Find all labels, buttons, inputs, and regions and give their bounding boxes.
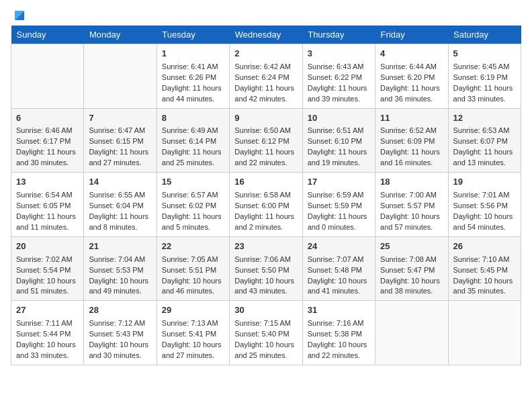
day-number: 17 (308, 176, 370, 189)
calendar-cell: 18Sunrise: 7:00 AMSunset: 5:57 PMDayligh… (375, 173, 448, 237)
cell-text: Daylight: 11 hours and 42 minutes. (234, 83, 297, 105)
header-day-wednesday: Wednesday (230, 26, 302, 44)
cell-text: Sunset: 6:15 PM (89, 136, 151, 147)
calendar-cell: 1Sunrise: 6:41 AMSunset: 6:26 PMDaylight… (157, 44, 229, 109)
day-number: 6 (16, 112, 79, 125)
cell-text: Sunrise: 6:52 AM (380, 126, 443, 136)
cell-text: Sunrise: 6:51 AM (308, 126, 370, 136)
cell-text: Daylight: 11 hours and 16 minutes. (380, 147, 443, 169)
cell-text: Sunrise: 7:11 AM (16, 318, 79, 329)
calendar-cell: 10Sunrise: 6:51 AMSunset: 6:10 PMDayligh… (302, 108, 375, 173)
cell-text: Sunset: 5:51 PM (162, 265, 224, 276)
week-row: 1Sunrise: 6:41 AMSunset: 6:26 PMDaylight… (11, 44, 521, 109)
cell-text: Sunset: 6:04 PM (89, 201, 151, 212)
header-row: SundayMondayTuesdayWednesdayThursdayFrid… (11, 26, 521, 44)
cell-text: Sunset: 6:00 PM (234, 201, 297, 212)
calendar-cell: 12Sunrise: 6:53 AMSunset: 6:07 PMDayligh… (448, 108, 521, 173)
day-number: 16 (234, 176, 297, 189)
calendar-cell (448, 301, 521, 365)
calendar-cell: 7Sunrise: 6:47 AMSunset: 6:15 PMDaylight… (84, 108, 157, 173)
header-day-sunday: Sunday (11, 26, 84, 44)
calendar-cell: 6Sunrise: 6:46 AMSunset: 6:17 PMDaylight… (11, 108, 84, 173)
week-row: 27Sunrise: 7:11 AMSunset: 5:44 PMDayligh… (11, 301, 521, 365)
cell-text: Sunrise: 7:06 AM (234, 255, 297, 265)
header-day-tuesday: Tuesday (157, 26, 229, 44)
cell-text: Sunset: 6:22 PM (308, 73, 370, 83)
day-number: 20 (16, 240, 79, 253)
day-number: 24 (308, 240, 370, 253)
calendar-cell: 15Sunrise: 6:57 AMSunset: 6:02 PMDayligh… (157, 173, 229, 237)
calendar-cell: 11Sunrise: 6:52 AMSunset: 6:09 PMDayligh… (375, 108, 448, 173)
cell-text: Sunrise: 7:02 AM (16, 255, 79, 265)
cell-text: Daylight: 11 hours and 19 minutes. (308, 147, 370, 169)
header-day-thursday: Thursday (302, 26, 375, 44)
cell-text: Daylight: 11 hours and 11 minutes. (16, 212, 79, 233)
cell-text: Sunrise: 6:46 AM (16, 126, 79, 136)
cell-text: Sunrise: 7:12 AM (89, 318, 151, 329)
day-number: 27 (16, 304, 79, 317)
cell-text: Sunrise: 6:49 AM (162, 126, 224, 136)
cell-text: Sunrise: 7:00 AM (380, 190, 443, 201)
cell-text: Daylight: 10 hours and 51 minutes. (16, 276, 79, 298)
calendar-cell (84, 44, 157, 109)
day-number: 28 (89, 304, 151, 317)
cell-text: Sunrise: 7:15 AM (234, 318, 297, 329)
cell-text: Daylight: 11 hours and 0 minutes. (308, 212, 370, 233)
cell-text: Daylight: 10 hours and 22 minutes. (308, 340, 370, 361)
day-number: 18 (380, 176, 443, 189)
cell-text: Sunrise: 7:07 AM (308, 255, 370, 265)
day-number: 12 (453, 112, 516, 125)
day-number: 11 (380, 112, 443, 125)
calendar-cell: 31Sunrise: 7:16 AMSunset: 5:38 PMDayligh… (302, 301, 375, 365)
cell-text: Sunset: 5:56 PM (453, 201, 516, 212)
cell-text: Sunrise: 6:54 AM (16, 190, 79, 201)
cell-text: Daylight: 11 hours and 33 minutes. (453, 83, 516, 105)
cell-text: Sunset: 5:47 PM (380, 265, 443, 276)
cell-text: Sunset: 6:17 PM (16, 136, 79, 147)
calendar-cell: 30Sunrise: 7:15 AMSunset: 5:40 PMDayligh… (230, 301, 302, 365)
cell-text: Sunrise: 6:50 AM (234, 126, 297, 136)
cell-text: Daylight: 10 hours and 38 minutes. (380, 276, 443, 298)
day-number: 3 (308, 48, 370, 60)
cell-text: Sunset: 6:09 PM (380, 136, 443, 147)
header-day-friday: Friday (375, 26, 448, 44)
cell-text: Sunrise: 6:44 AM (380, 62, 443, 73)
day-number: 10 (308, 112, 370, 125)
calendar-cell: 28Sunrise: 7:12 AMSunset: 5:43 PMDayligh… (84, 301, 157, 365)
cell-text: Sunset: 5:40 PM (234, 329, 297, 340)
day-number: 22 (162, 240, 224, 253)
cell-text: Daylight: 11 hours and 39 minutes. (308, 83, 370, 105)
cell-text: Daylight: 10 hours and 35 minutes. (453, 276, 516, 298)
day-number: 25 (380, 240, 443, 253)
cell-text: Daylight: 10 hours and 46 minutes. (162, 276, 224, 298)
calendar-cell: 25Sunrise: 7:08 AMSunset: 5:47 PMDayligh… (375, 236, 448, 301)
cell-text: Daylight: 10 hours and 30 minutes. (89, 340, 151, 361)
cell-text: Sunrise: 7:04 AM (89, 255, 151, 265)
calendar-cell: 27Sunrise: 7:11 AMSunset: 5:44 PMDayligh… (11, 301, 84, 365)
day-number: 31 (308, 304, 370, 317)
cell-text: Daylight: 10 hours and 27 minutes. (162, 340, 224, 361)
day-number: 7 (89, 112, 151, 125)
cell-text: Sunset: 5:53 PM (89, 265, 151, 276)
cell-text: Daylight: 10 hours and 49 minutes. (89, 276, 151, 298)
day-number: 4 (380, 48, 443, 60)
cell-text: Sunset: 5:43 PM (89, 329, 151, 340)
calendar-cell: 17Sunrise: 6:59 AMSunset: 5:59 PMDayligh… (302, 173, 375, 237)
cell-text: Daylight: 11 hours and 22 minutes. (234, 147, 297, 169)
calendar-cell: 3Sunrise: 6:43 AMSunset: 6:22 PMDaylight… (302, 44, 375, 109)
cell-text: Sunset: 6:05 PM (16, 201, 79, 212)
calendar-cell: 13Sunrise: 6:54 AMSunset: 6:05 PMDayligh… (11, 173, 84, 237)
cell-text: Daylight: 11 hours and 8 minutes. (89, 212, 151, 233)
cell-text: Sunrise: 7:08 AM (380, 255, 443, 265)
cell-text: Daylight: 11 hours and 2 minutes. (234, 212, 297, 233)
cell-text: Daylight: 10 hours and 41 minutes. (308, 276, 370, 298)
calendar-cell: 4Sunrise: 6:44 AMSunset: 6:20 PMDaylight… (375, 44, 448, 109)
cell-text: Sunset: 6:10 PM (308, 136, 370, 147)
cell-text: Sunset: 6:07 PM (453, 136, 516, 147)
cell-text: Sunset: 6:14 PM (162, 136, 224, 147)
cell-text: Daylight: 11 hours and 25 minutes. (162, 147, 224, 169)
calendar-cell: 21Sunrise: 7:04 AMSunset: 5:53 PMDayligh… (84, 236, 157, 301)
cell-text: Sunrise: 6:42 AM (234, 62, 297, 73)
calendar-cell: 22Sunrise: 7:05 AMSunset: 5:51 PMDayligh… (157, 236, 229, 301)
cell-text: Sunset: 6:20 PM (380, 73, 443, 83)
